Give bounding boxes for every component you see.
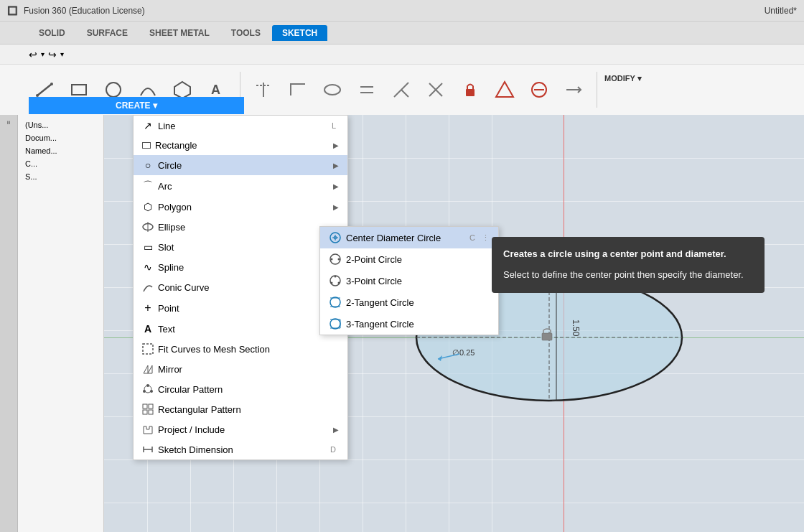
tool-lock[interactable] — [454, 71, 486, 108]
angle-arrow-svg — [431, 348, 467, 370]
menu-item-mirror[interactable]: Mirror — [134, 359, 347, 379]
circle-submenu: Center Diameter Circle C ⋮ 2-Point Circl… — [319, 226, 499, 335]
3tangent-circle-icon — [329, 317, 342, 330]
submenu-2point[interactable]: 2-Point Circle — [320, 248, 498, 270]
create-bar[interactable]: CREATE ▾ — [29, 97, 244, 114]
submenu-label-3point: 3-Point Circle — [346, 276, 402, 286]
side-item-1[interactable]: Docum... — [22, 131, 100, 144]
menu-item-text[interactable]: A Text — [134, 319, 347, 339]
tool-trim[interactable] — [248, 71, 279, 108]
svg-marker-14 — [496, 82, 513, 97]
line-icon: ↗ — [142, 120, 154, 131]
main-area: ≡ (Uns... Docum... Named... C... S... — [0, 115, 804, 532]
rect-pattern-icon — [142, 403, 154, 415]
menu-item-polygon[interactable]: ⬡ Polygon ▶ — [134, 197, 347, 217]
side-item-0[interactable]: (Uns... — [22, 118, 100, 131]
app-title: Fusion 360 (Education License) — [24, 6, 145, 16]
spline-icon: ∿ — [142, 261, 154, 273]
svg-rect-39 — [143, 404, 147, 409]
side-item-3[interactable]: C... — [22, 157, 100, 170]
redo-icon[interactable]: ↪ — [48, 49, 57, 60]
circle-icon: ○ — [142, 159, 154, 171]
svg-point-38 — [143, 390, 146, 393]
svg-marker-4 — [174, 82, 190, 98]
side-item-4[interactable]: S... — [22, 170, 100, 183]
menu-item-point[interactable]: + Point — [134, 297, 347, 319]
menu-item-line[interactable]: ↗ Line L — [134, 116, 347, 136]
svg-point-54 — [331, 282, 333, 284]
tool-circle-x[interactable] — [523, 71, 555, 108]
separator2 — [597, 72, 597, 108]
svg-point-51 — [331, 258, 333, 261]
titlebar: 🔲 Fusion 360 (Education License) Untitle… — [0, 0, 804, 22]
mirror-icon — [142, 363, 154, 375]
tool-more[interactable] — [558, 71, 589, 108]
svg-rect-2 — [72, 85, 86, 95]
svg-marker-33 — [144, 365, 148, 373]
submenu-3tangent[interactable]: 3-Tangent Circle — [320, 313, 498, 335]
dim-height-label: 1.50 — [571, 319, 581, 336]
menu-item-circle[interactable]: ○ Circle ▶ — [134, 155, 347, 175]
svg-point-6 — [324, 85, 340, 95]
menu-item-slot[interactable]: ▭ Slot ▶ — [134, 237, 347, 257]
text-menu-icon: A — [142, 323, 154, 335]
rectangle-icon — [142, 142, 151, 149]
svg-point-57 — [330, 297, 340, 307]
tool-x[interactable] — [420, 71, 452, 108]
tool-equal[interactable] — [351, 71, 383, 108]
menu-item-spline[interactable]: ∿ Spline ▶ — [134, 257, 347, 277]
redo-dropdown[interactable]: ▾ — [60, 50, 64, 58]
menu-item-ellipse[interactable]: Ellipse — [134, 217, 347, 237]
left-panel-item[interactable]: ≡ — [3, 118, 14, 126]
tab-surface[interactable]: SURFACE — [77, 25, 138, 41]
submenu-label-2tangent: 2-Tangent Circle — [346, 297, 414, 308]
svg-point-3 — [106, 83, 121, 97]
submenu-2tangent[interactable]: 2-Tangent Circle — [320, 291, 498, 313]
tab-sketch[interactable]: SKETCH — [272, 25, 327, 41]
polygon-icon: ⬡ — [142, 201, 154, 213]
side-panel: (Uns... Docum... Named... C... S... — [18, 115, 104, 532]
svg-point-56 — [335, 276, 337, 278]
submenu-label-center-diameter: Center Diameter Circle — [346, 233, 441, 243]
3point-circle-icon — [329, 274, 342, 287]
2tangent-circle-icon — [329, 296, 342, 309]
tab-tools[interactable]: TOOLS — [221, 25, 271, 41]
tool-offset[interactable] — [282, 71, 314, 108]
ellipse-menu-icon — [142, 221, 154, 233]
tool-triangle[interactable] — [489, 71, 520, 108]
submenu-center-diameter[interactable]: Center Diameter Circle C ⋮ — [320, 227, 498, 248]
menu-item-rect-pattern[interactable]: Rectangular Pattern — [134, 399, 347, 419]
svg-point-37 — [150, 390, 153, 393]
tool-ellipse-tool[interactable] — [317, 71, 348, 108]
undo-dropdown[interactable]: ▾ — [41, 50, 45, 58]
tab-solid[interactable]: SOLID — [29, 25, 75, 41]
menu-item-arc[interactable]: ⌒ Arc ▶ — [134, 175, 347, 197]
svg-point-52 — [338, 258, 340, 261]
grid-h9 — [104, 503, 804, 503]
menu-item-sketch-dim[interactable]: Sketch Dimension D — [134, 439, 347, 459]
modify-label: MODIFY ▾ — [604, 71, 642, 83]
menu-item-conic[interactable]: Conic Curve — [134, 277, 347, 297]
dropdown-menu: ↗ Line L Rectangle ▶ ○ Circle ▶ ⌒ Arc ▶ — [133, 115, 348, 460]
submenu-3point[interactable]: 3-Point Circle — [320, 270, 498, 291]
undo-icon[interactable]: ↩ — [29, 49, 37, 60]
fit-curves-icon — [142, 343, 154, 355]
submenu-label-2point: 2-Point Circle — [346, 254, 402, 265]
tab-row: SOLID SURFACE SHEET METAL TOOLS SKETCH — [0, 22, 804, 45]
submenu-label-3tangent: 3-Tangent Circle — [346, 319, 414, 330]
canvas-area[interactable]: 3.00 1.50 ∅0.25 ↗ Line L Rectangle ▶ ○ — [104, 115, 804, 532]
menu-item-circular-pattern[interactable]: Circular Pattern — [134, 379, 347, 399]
menu-item-project[interactable]: Project / Include ▶ — [134, 419, 347, 439]
svg-point-55 — [338, 282, 340, 284]
toolbar: SOLID SURFACE SHEET METAL TOOLS SKETCH ↩… — [0, 22, 804, 115]
tooltip-line1: Creates a circle using a center point an… — [503, 247, 753, 262]
tab-sheet-metal[interactable]: SHEET METAL — [139, 25, 220, 41]
circular-pattern-icon — [142, 383, 154, 395]
side-item-2[interactable]: Named... — [22, 144, 100, 157]
window-title: Untitled* — [765, 6, 797, 16]
svg-rect-40 — [149, 404, 153, 409]
tool-diagonal[interactable] — [385, 71, 417, 108]
menu-item-fit-curves[interactable]: Fit Curves to Mesh Section — [134, 339, 347, 359]
menu-item-rectangle[interactable]: Rectangle ▶ — [134, 136, 347, 155]
center-diameter-icon — [329, 231, 342, 244]
